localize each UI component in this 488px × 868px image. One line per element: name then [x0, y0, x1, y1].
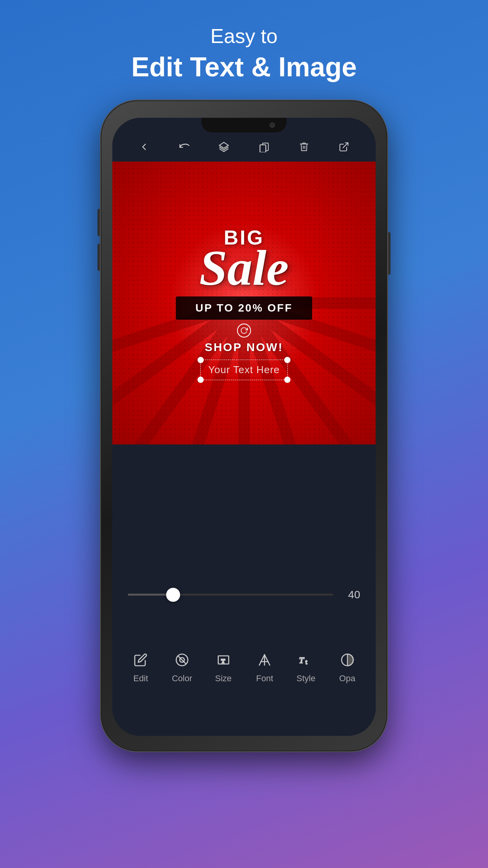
handle-bottom-right[interactable]: [284, 377, 290, 383]
handle-bottom-left[interactable]: [198, 377, 204, 383]
color-label: Color: [172, 673, 192, 684]
layers-button[interactable]: [215, 138, 232, 155]
style-label: Style: [296, 673, 315, 684]
export-button[interactable]: [335, 138, 352, 155]
header-line1: Easy to: [131, 23, 357, 50]
placeholder-text[interactable]: Your Text Here: [208, 364, 280, 376]
svg-text:T: T: [299, 656, 304, 665]
svg-line-4: [343, 143, 348, 148]
undo-button[interactable]: [175, 138, 192, 155]
bottom-navigation: Edit Color: [112, 609, 376, 736]
rotate-handle[interactable]: [237, 324, 251, 338]
nav-item-size[interactable]: T Size: [204, 653, 243, 684]
discount-bar[interactable]: UP TO 20% OFF: [176, 296, 312, 320]
handle-top-left[interactable]: [198, 357, 204, 363]
slider-section: 40: [112, 573, 376, 609]
opacity-label: Opa: [339, 673, 356, 684]
front-camera: [270, 122, 275, 128]
color-icon: [175, 653, 189, 670]
svg-line-21: [259, 655, 265, 665]
style-icon: T t: [299, 653, 313, 670]
nav-item-font[interactable]: Font: [245, 653, 284, 684]
handle-top-right[interactable]: [284, 357, 290, 363]
header-section: Easy to Edit Text & Image: [131, 23, 357, 85]
back-button[interactable]: [136, 138, 153, 155]
delete-button[interactable]: [296, 138, 313, 155]
top-toolbar: [112, 133, 376, 162]
power-button[interactable]: [387, 232, 390, 275]
volume-down-button[interactable]: [98, 244, 101, 271]
size-slider[interactable]: [128, 594, 333, 596]
canvas-text-content: BIG Sale UP TO 20% OFF SHOP NOW!: [112, 162, 376, 444]
slider-thumb[interactable]: [166, 588, 180, 602]
app-background: Easy to Edit Text & Image: [0, 0, 488, 868]
design-canvas[interactable]: BIG Sale UP TO 20% OFF SHOP NOW!: [112, 162, 376, 444]
bottom-panel: 40 Edit: [112, 573, 376, 736]
discount-text: UP TO 20% OFF: [195, 302, 292, 314]
phone-frame: BIG Sale UP TO 20% OFF SHOP NOW!: [101, 100, 387, 751]
nav-item-edit[interactable]: Edit: [121, 653, 160, 684]
svg-line-22: [265, 655, 270, 665]
size-label: Size: [215, 673, 232, 684]
svg-text:T: T: [221, 658, 225, 664]
sale-label: Sale: [199, 245, 289, 291]
edit-icon: [134, 653, 148, 670]
nav-item-color[interactable]: Color: [163, 653, 201, 684]
font-icon: [258, 653, 271, 670]
phone-notch: [201, 118, 287, 133]
edit-label: Edit: [133, 673, 148, 684]
header-line2: Edit Text & Image: [131, 50, 357, 85]
nav-item-opacity[interactable]: Opa: [328, 653, 367, 684]
phone-screen: BIG Sale UP TO 20% OFF SHOP NOW!: [112, 118, 376, 736]
opacity-icon: [340, 653, 354, 670]
svg-line-16: [178, 656, 186, 664]
svg-rect-2: [260, 145, 266, 152]
copy-button[interactable]: [256, 138, 273, 155]
nav-item-style[interactable]: T t Style: [287, 653, 325, 684]
volume-up-button[interactable]: [98, 209, 101, 236]
shop-now-text: SHOP NOW!: [204, 341, 283, 354]
slider-value: 40: [341, 589, 360, 601]
size-icon: T: [217, 653, 230, 670]
font-label: Font: [256, 673, 273, 684]
selected-text-element[interactable]: Your Text Here: [200, 360, 288, 380]
svg-text:t: t: [306, 658, 308, 666]
canvas-background: BIG Sale UP TO 20% OFF SHOP NOW!: [112, 162, 376, 444]
